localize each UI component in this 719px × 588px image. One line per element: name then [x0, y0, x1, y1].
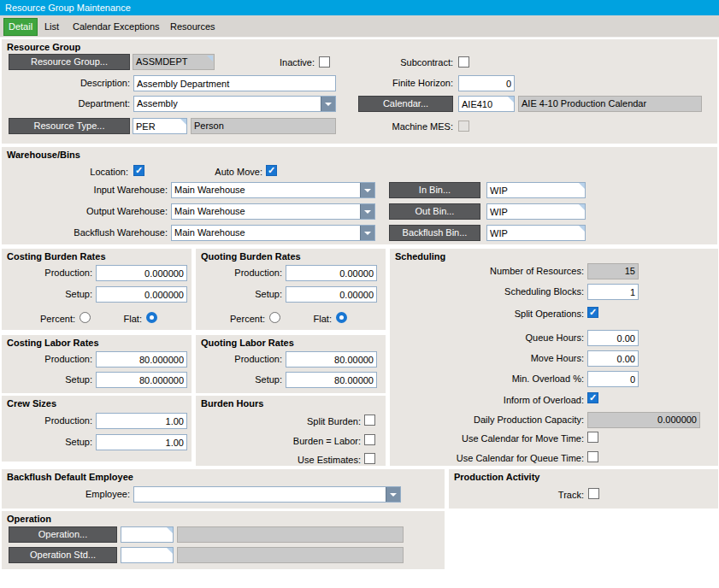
quoting-burden-setup-input[interactable]	[286, 286, 377, 303]
split-operations-checkbox[interactable]	[587, 307, 598, 318]
auto-move-checkbox[interactable]	[266, 165, 277, 176]
resource-group-button[interactable]: Resource Group...	[9, 54, 130, 70]
quoting-burden-production-field[interactable]	[286, 265, 377, 281]
key-field-corner-icon	[579, 226, 585, 232]
scheduling-blocks-field[interactable]	[587, 284, 639, 300]
backflush-bin-input[interactable]	[486, 225, 586, 241]
scheduling-blocks-input[interactable]	[587, 284, 639, 300]
min-overload-field[interactable]	[587, 371, 639, 387]
operation-id-field[interactable]	[121, 526, 174, 543]
costing-burden-rates-section: Costing Burden Rates Production: Setup: …	[2, 249, 192, 330]
out-bin-button[interactable]: Out Bin...	[389, 203, 480, 220]
chevron-down-icon[interactable]	[360, 226, 374, 240]
operation-std-button[interactable]: Operation Std...	[9, 547, 117, 563]
quoting-labor-setup-field[interactable]	[286, 372, 377, 388]
crew-production-input[interactable]	[96, 413, 187, 429]
operation-description-field	[177, 526, 404, 543]
crew-setup-field[interactable]	[96, 434, 187, 450]
quoting-burden-setup-field[interactable]	[286, 286, 377, 303]
chevron-down-icon[interactable]	[386, 487, 400, 502]
chevron-down-icon[interactable]	[360, 183, 374, 197]
backflush-bin-button[interactable]: Backflush Bin...	[389, 225, 480, 241]
operation-id-input[interactable]	[121, 526, 174, 543]
out-bin-input[interactable]	[486, 203, 586, 220]
queue-hours-input[interactable]	[587, 330, 639, 346]
min-overload-input[interactable]	[587, 371, 639, 387]
crew-production-field[interactable]	[96, 413, 187, 429]
costing-burden-setup-input[interactable]	[96, 286, 187, 303]
costing-labor-production-field[interactable]	[96, 351, 187, 368]
use-calendar-move-label: Use Calendar for Move Time:	[398, 433, 584, 444]
inform-of-overload-label: Inform of Overload:	[398, 395, 584, 406]
track-checkbox[interactable]	[588, 488, 599, 499]
production-activity-title: Production Activity	[454, 472, 539, 482]
out-bin-field[interactable]	[486, 203, 586, 220]
move-hours-field[interactable]	[587, 350, 639, 367]
costing-burden-percent-label: Percent:	[17, 314, 75, 325]
use-estimates-checkbox[interactable]	[364, 453, 375, 464]
calendar-id-input[interactable]	[458, 96, 515, 112]
tab-detail[interactable]: Detail	[3, 18, 38, 36]
department-select[interactable]: Assembly	[133, 96, 336, 112]
resource-type-id-input[interactable]	[133, 118, 187, 134]
in-bin-input[interactable]	[486, 182, 586, 198]
description-input[interactable]	[133, 75, 336, 91]
warehouse-bins-section: Warehouse/Bins Location: Auto Move: Inpu…	[2, 147, 717, 244]
inform-of-overload-checkbox[interactable]	[587, 392, 598, 403]
costing-labor-rates-section: Costing Labor Rates Production: Setup:	[2, 335, 192, 393]
crew-setup-input[interactable]	[96, 434, 187, 450]
costing-burden-percent-radio[interactable]	[80, 312, 91, 323]
in-bin-field[interactable]	[486, 182, 586, 198]
quoting-burden-production-input[interactable]	[286, 265, 377, 281]
window-title: Resource Group Maintenance	[0, 0, 719, 15]
quoting-burden-flat-radio[interactable]	[336, 312, 347, 323]
description-field[interactable]	[133, 75, 336, 91]
costing-labor-production-input[interactable]	[96, 351, 187, 368]
quoting-labor-production-field[interactable]	[286, 351, 377, 368]
split-burden-checkbox[interactable]	[364, 415, 375, 426]
quoting-burden-percent-radio[interactable]	[269, 312, 280, 323]
key-field-corner-icon	[579, 183, 585, 189]
chevron-down-icon[interactable]	[321, 97, 335, 111]
finite-horizon-field[interactable]	[458, 75, 515, 91]
costing-burden-production-field[interactable]	[96, 265, 187, 281]
in-bin-button[interactable]: In Bin...	[389, 182, 480, 198]
warehouse-bins-section-title: Warehouse/Bins	[7, 150, 80, 160]
location-checkbox[interactable]	[133, 165, 144, 176]
tab-calendar-exceptions[interactable]: Calendar Exceptions	[68, 18, 164, 36]
queue-hours-field[interactable]	[587, 330, 639, 346]
chevron-down-icon[interactable]	[360, 204, 374, 219]
key-field-corner-icon	[579, 204, 585, 210]
calendar-button[interactable]: Calendar...	[358, 96, 453, 112]
subcontract-checkbox[interactable]	[458, 56, 469, 68]
tab-resources[interactable]: Resources	[166, 18, 220, 36]
operation-std-id-field[interactable]	[121, 547, 174, 563]
costing-burden-production-input[interactable]	[96, 265, 187, 281]
production-activity-section: Production Activity Track:	[449, 469, 718, 509]
costing-burden-flat-radio[interactable]	[146, 312, 157, 323]
costing-labor-setup-input[interactable]	[96, 372, 187, 388]
calendar-id-field[interactable]	[458, 96, 515, 112]
employee-select[interactable]	[133, 486, 401, 503]
move-hours-input[interactable]	[587, 350, 639, 367]
quoting-labor-production-input[interactable]	[286, 351, 377, 368]
resource-type-button[interactable]: Resource Type...	[9, 118, 130, 134]
finite-horizon-input[interactable]	[458, 75, 515, 91]
operation-std-id-input[interactable]	[121, 547, 174, 563]
output-warehouse-select[interactable]: Main Warehouse	[171, 203, 375, 220]
crew-setup-label: Setup:	[9, 437, 92, 448]
use-calendar-queue-checkbox[interactable]	[587, 451, 598, 462]
costing-labor-setup-field[interactable]	[96, 372, 187, 388]
costing-burden-setup-field[interactable]	[96, 286, 187, 303]
backflush-bin-field[interactable]	[486, 225, 586, 241]
split-burden-label: Split Burden:	[245, 416, 361, 427]
resource-type-id-field[interactable]	[133, 118, 187, 134]
input-warehouse-select[interactable]: Main Warehouse	[171, 182, 375, 198]
quoting-labor-setup-input[interactable]	[286, 372, 377, 388]
operation-button[interactable]: Operation...	[9, 526, 117, 543]
use-calendar-move-checkbox[interactable]	[587, 432, 598, 443]
burden-equals-labor-checkbox[interactable]	[364, 434, 375, 445]
inactive-checkbox[interactable]	[319, 56, 330, 68]
tab-list[interactable]: List	[40, 18, 63, 36]
backflush-warehouse-select[interactable]: Main Warehouse	[171, 225, 375, 241]
